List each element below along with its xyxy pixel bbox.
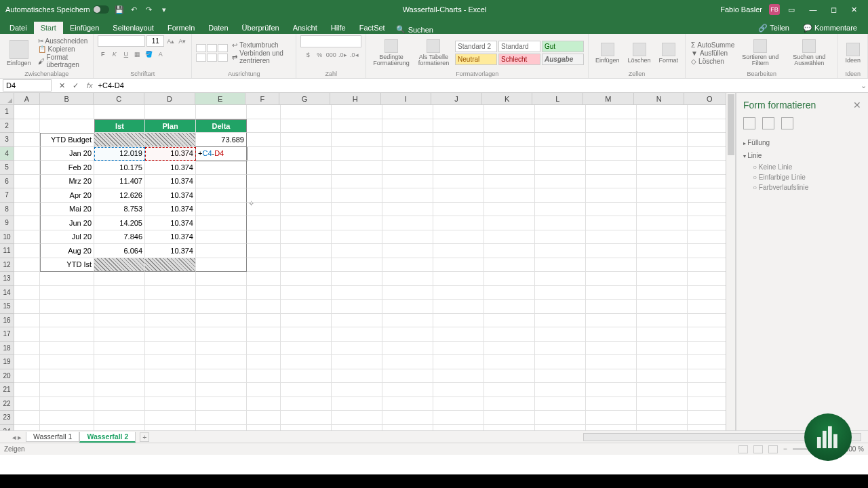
cell-J13[interactable] bbox=[433, 272, 484, 286]
row-label-9[interactable]: Jun 20 bbox=[40, 216, 94, 230]
cell-ist-4[interactable]: 12.019 bbox=[94, 147, 145, 161]
cell-M4[interactable] bbox=[586, 147, 637, 161]
cell-G8[interactable] bbox=[281, 203, 332, 217]
row-label-3[interactable]: YTD Budget bbox=[40, 133, 94, 147]
row-header-11[interactable]: 11 bbox=[0, 244, 14, 258]
cell-K9[interactable] bbox=[484, 216, 535, 230]
cell-H23[interactable] bbox=[332, 411, 382, 425]
cell-G3[interactable] bbox=[281, 133, 332, 147]
cell-G13[interactable] bbox=[281, 272, 332, 286]
cell-K19[interactable] bbox=[484, 355, 535, 369]
cell-A20[interactable] bbox=[14, 369, 40, 384]
cell-F18[interactable] bbox=[247, 342, 281, 356]
cell-F5[interactable] bbox=[247, 161, 281, 175]
cell-B17[interactable] bbox=[40, 327, 94, 342]
row-header-8[interactable]: 8 bbox=[0, 203, 14, 217]
cell-G4[interactable] bbox=[281, 147, 332, 161]
tab-factset[interactable]: FactSet bbox=[353, 22, 392, 34]
find-select-button[interactable]: Suchen und Auswählen bbox=[785, 38, 833, 68]
cell-G20[interactable] bbox=[281, 369, 332, 384]
cell-delta-8[interactable] bbox=[196, 203, 247, 217]
row-label-8[interactable]: Mai 20 bbox=[40, 203, 94, 217]
cell-G7[interactable] bbox=[281, 188, 332, 203]
align-right-button[interactable] bbox=[218, 54, 228, 62]
cell-H1[interactable] bbox=[332, 105, 382, 119]
fill-button[interactable]: ▼ Ausfüllen bbox=[690, 49, 736, 57]
cell-A16[interactable] bbox=[14, 314, 40, 328]
cell-M5[interactable] bbox=[586, 161, 637, 175]
cell-K12[interactable] bbox=[484, 258, 535, 272]
cell-B21[interactable] bbox=[40, 383, 94, 397]
cell-A6[interactable] bbox=[14, 175, 40, 189]
cell-N11[interactable] bbox=[637, 244, 688, 258]
cell-J16[interactable] bbox=[433, 314, 484, 328]
column-headers[interactable]: ABCDEFGHIJKLMNO bbox=[14, 93, 735, 105]
row-header-13[interactable]: 13 bbox=[0, 272, 14, 286]
cell-G1[interactable] bbox=[281, 105, 332, 119]
cell-E15[interactable] bbox=[196, 300, 247, 314]
cell-delta-11[interactable] bbox=[196, 244, 247, 258]
cell-C1[interactable] bbox=[94, 105, 145, 119]
cell-plan-4[interactable]: 10.374 bbox=[145, 147, 196, 161]
style-schlecht[interactable]: Schlecht bbox=[498, 54, 540, 65]
cell-N22[interactable] bbox=[637, 397, 688, 411]
copy-button[interactable]: 📋 Kopieren bbox=[37, 45, 90, 53]
cell-B1[interactable] bbox=[40, 105, 94, 119]
cell-L19[interactable] bbox=[535, 355, 586, 369]
cell-E23[interactable] bbox=[196, 411, 247, 425]
cell-H19[interactable] bbox=[332, 355, 382, 369]
format-as-table-button[interactable]: Als Tabelle formatieren bbox=[415, 38, 452, 68]
cell-J19[interactable] bbox=[433, 355, 484, 369]
cell-J23[interactable] bbox=[433, 411, 484, 425]
cell-E21[interactable] bbox=[196, 383, 247, 397]
row-header-16[interactable]: 16 bbox=[0, 314, 14, 328]
cell-H10[interactable] bbox=[332, 230, 382, 245]
cell-G12[interactable] bbox=[281, 258, 332, 272]
cell-K23[interactable] bbox=[484, 411, 535, 425]
row-header-20[interactable]: 20 bbox=[0, 369, 14, 384]
cell-B16[interactable] bbox=[40, 314, 94, 328]
line-none-option[interactable]: Keine Linie bbox=[743, 162, 861, 172]
cell-N8[interactable] bbox=[637, 203, 688, 217]
cell-D19[interactable] bbox=[145, 355, 196, 369]
page-break-button[interactable] bbox=[768, 445, 778, 453]
row-header-23[interactable]: 23 bbox=[0, 411, 14, 425]
cell-I11[interactable] bbox=[382, 244, 433, 258]
cell-H12[interactable] bbox=[332, 258, 382, 272]
cell-C22[interactable] bbox=[94, 397, 145, 411]
cell-delta-12[interactable] bbox=[196, 258, 247, 272]
row-label-4[interactable]: Jan 20 bbox=[40, 147, 94, 161]
cell-ist-12[interactable] bbox=[94, 258, 145, 272]
cell-L12[interactable] bbox=[535, 258, 586, 272]
sort-filter-button[interactable]: Sortieren und Filtern bbox=[738, 38, 782, 68]
col-header-B[interactable]: B bbox=[40, 93, 94, 104]
style-standard[interactable]: Standard bbox=[498, 41, 540, 52]
row-header-15[interactable]: 15 bbox=[0, 300, 14, 314]
zoom-out-button[interactable]: − bbox=[783, 445, 787, 453]
cell-F24[interactable] bbox=[247, 425, 281, 431]
header-ist[interactable]: Ist bbox=[94, 119, 145, 134]
cell-B20[interactable] bbox=[40, 369, 94, 384]
header-plan[interactable]: Plan bbox=[145, 119, 196, 134]
cell-D20[interactable] bbox=[145, 369, 196, 384]
sheet-tab-2[interactable]: Wasserfall 2 bbox=[79, 432, 136, 443]
cell-ist-11[interactable]: 6.064 bbox=[94, 244, 145, 258]
cell-F8[interactable] bbox=[247, 203, 281, 217]
cell-I24[interactable] bbox=[382, 425, 433, 431]
maximize-button[interactable]: ◻ bbox=[823, 3, 844, 16]
cell-H21[interactable] bbox=[332, 383, 382, 397]
row-header-1[interactable]: 1 bbox=[0, 105, 14, 119]
expand-formula-bar-button[interactable]: ⌄ bbox=[859, 81, 868, 90]
cell-H17[interactable] bbox=[332, 327, 382, 342]
cell-A8[interactable] bbox=[14, 203, 40, 217]
cell-A1[interactable] bbox=[14, 105, 40, 119]
row-header-19[interactable]: 19 bbox=[0, 355, 14, 369]
cell-styles-gallery[interactable]: Standard 2 Standard Gut Neutral Schlecht… bbox=[455, 41, 584, 65]
fill-color-button[interactable]: 🪣 bbox=[144, 49, 154, 59]
row-header-6[interactable]: 6 bbox=[0, 175, 14, 189]
cell-A17[interactable] bbox=[14, 327, 40, 342]
style-ausgabe[interactable]: Ausgabe bbox=[542, 54, 584, 65]
row-header-7[interactable]: 7 bbox=[0, 188, 14, 203]
cell-L4[interactable] bbox=[535, 147, 586, 161]
cell-L9[interactable] bbox=[535, 216, 586, 230]
